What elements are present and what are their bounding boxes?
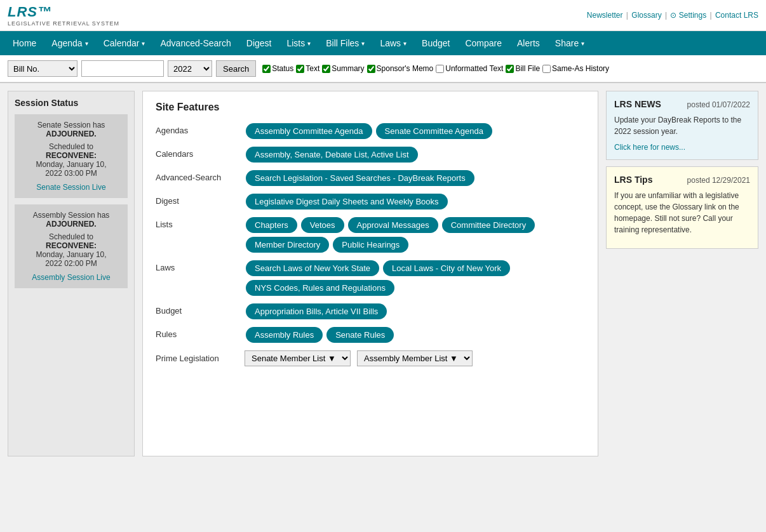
feature-btn-approval-messages[interactable]: Approval Messages <box>348 217 438 233</box>
feature-btn-senate-committee-agenda[interactable]: Senate Committee Agenda <box>376 123 492 139</box>
senate-session-link[interactable]: Senate Session Live <box>21 183 121 192</box>
assembly-session-link[interactable]: Assembly Session Live <box>21 273 121 282</box>
senate-reconvene: RECONVENE: <box>21 151 121 160</box>
news-date: posted 01/07/2022 <box>687 100 750 109</box>
nav-item-alerts[interactable]: Alerts <box>509 33 548 53</box>
nav-item-bill-files[interactable]: Bill Files▾ <box>318 33 372 53</box>
senate-member-select[interactable]: Senate Member List ▼ <box>245 350 351 366</box>
feature-btn-search-laws-of-new-york-state[interactable]: Search Laws of New York State <box>246 260 379 276</box>
feature-row-calendars: CalendarsAssembly, Senate, Debate List, … <box>156 147 585 163</box>
top-links: Newsletter | Glossary | ⊙ Settings | Con… <box>587 11 758 20</box>
site-features-title: Site Features <box>156 102 585 113</box>
senate-date: Monday, January 10, <box>21 160 121 169</box>
assembly-session-line1: Assembly Session has <box>21 211 121 220</box>
checkbox-label-bill-file[interactable]: Bill File <box>506 64 540 73</box>
nav-caret: ▾ <box>85 40 88 47</box>
search-bar: Bill No. Keyword Sponsor 2022 2021 2020 … <box>0 55 766 83</box>
feature-row-budget: BudgetAppropriation Bills, Article VII B… <box>156 303 585 319</box>
checkbox-summary[interactable] <box>322 65 330 73</box>
feature-label-budget: Budget <box>156 303 238 316</box>
tips-date: posted 12/29/2021 <box>687 176 750 185</box>
bill-type-select[interactable]: Bill No. Keyword Sponsor <box>8 60 77 77</box>
search-button[interactable]: Search <box>216 60 256 77</box>
logo-area: LRS™ LEGISLATIVE RETRIEVAL SYSTEM <box>8 4 119 27</box>
feature-btn-member-directory[interactable]: Member Directory <box>246 237 329 253</box>
tips-box: LRS Tips posted 12/29/2021 If you are un… <box>606 166 758 249</box>
feature-row-rules: RulesAssembly RulesSenate Rules <box>156 327 585 343</box>
contact-link[interactable]: Contact LRS <box>715 11 758 20</box>
feature-label-rules: Rules <box>156 327 238 339</box>
checkbox-label-status[interactable]: Status <box>262 64 293 73</box>
checkbox-status[interactable] <box>262 65 271 73</box>
checkbox-label-same-as-history[interactable]: Same-As History <box>542 64 609 73</box>
feature-btn-assembly--senate--debate-list-[interactable]: Assembly, Senate, Debate List, Active Li… <box>246 147 418 163</box>
feature-label-digest: Digest <box>156 194 238 206</box>
checkbox-bill-file[interactable] <box>506 65 514 73</box>
feature-btn-committee-directory[interactable]: Committee Directory <box>442 217 535 233</box>
senate-session-line1: Senate Session has <box>21 121 121 130</box>
assembly-session-box: Assembly Session has ADJOURNED. Schedule… <box>15 204 128 288</box>
feature-label-agendas: Agendas <box>156 123 238 135</box>
news-link[interactable]: Click here for news... <box>614 143 685 152</box>
glossary-link[interactable]: Glossary <box>631 11 661 20</box>
nav-item-calendar[interactable]: Calendar▾ <box>96 33 153 53</box>
nav-item-digest[interactable]: Digest <box>239 33 279 53</box>
feature-label-calendars: Calendars <box>156 147 238 159</box>
feature-rows-container: AgendasAssembly Committee AgendaSenate C… <box>156 123 585 343</box>
session-status-title: Session Status <box>15 98 128 108</box>
logo-text: LRS™ <box>8 4 119 20</box>
year-select[interactable]: 2022 2021 2020 <box>168 60 212 77</box>
nav-item-advanced-search[interactable]: Advanced-Search <box>152 33 238 53</box>
prime-legislation-label: Prime Legislation <box>156 354 238 363</box>
nav-caret: ▾ <box>403 40 407 47</box>
newsletter-link[interactable]: Newsletter <box>587 11 623 20</box>
checkbox-group: StatusTextSummarySponsor's MemoUnformatt… <box>262 64 609 73</box>
feature-btn-legislative-digest-daily-sheet[interactable]: Legislative Digest Daily Sheets and Week… <box>246 194 448 209</box>
feature-btn-appropriation-bills--article-v[interactable]: Appropriation Bills, Article VII Bills <box>246 303 387 319</box>
nav-item-lists[interactable]: Lists▾ <box>279 33 318 53</box>
assembly-member-select[interactable]: Assembly Member List ▼ <box>357 350 473 366</box>
feature-btn-search-legislation---saved-sea[interactable]: Search Legislation - Saved Searches - Da… <box>246 170 474 186</box>
checkbox-unformatted-text[interactable] <box>436 65 444 73</box>
feature-row-agendas: AgendasAssembly Committee AgendaSenate C… <box>156 123 585 139</box>
news-text: Update your DayBreak Reports to the 2022… <box>614 114 750 137</box>
assembly-adjourned: ADJOURNED. <box>21 220 121 229</box>
feature-buttons-advanced-search: Search Legislation - Saved Searches - Da… <box>246 170 585 186</box>
nav-item-laws[interactable]: Laws▾ <box>372 33 414 53</box>
checkbox-label-text[interactable]: Text <box>296 64 319 73</box>
checkbox-sponsor-s-memo[interactable] <box>367 65 375 73</box>
nav-item-compare[interactable]: Compare <box>457 33 509 53</box>
feature-label-advanced-search: Advanced-Search <box>156 170 238 182</box>
senate-session-box: Senate Session has ADJOURNED. Scheduled … <box>15 114 128 198</box>
feature-btn-assembly-rules[interactable]: Assembly Rules <box>246 327 323 343</box>
checkbox-text[interactable] <box>296 65 304 73</box>
news-header: LRS NEWS posted 01/07/2022 <box>614 99 750 109</box>
nav-item-share[interactable]: Share▾ <box>548 33 592 53</box>
feature-btn-public-hearings[interactable]: Public Hearings <box>333 237 408 253</box>
search-input[interactable] <box>81 60 164 77</box>
nav-bar: HomeAgenda▾Calendar▾Advanced-SearchDiges… <box>0 31 766 55</box>
checkbox-same-as-history[interactable] <box>542 65 551 73</box>
feature-btn-local-laws---city-of-new-york[interactable]: Local Laws - City of New York <box>383 260 510 276</box>
feature-row-digest: DigestLegislative Digest Daily Sheets an… <box>156 194 585 209</box>
settings-link[interactable]: ⊙ Settings <box>670 11 706 20</box>
feature-row-laws: LawsSearch Laws of New York StateLocal L… <box>156 260 585 296</box>
nav-item-home[interactable]: Home <box>5 33 44 53</box>
checkbox-label-summary[interactable]: Summary <box>322 64 364 73</box>
feature-btn-vetoes[interactable]: Vetoes <box>301 217 344 233</box>
senate-scheduled: Scheduled to <box>21 142 121 151</box>
nav-item-agenda[interactable]: Agenda▾ <box>44 33 95 53</box>
feature-buttons-rules: Assembly RulesSenate Rules <box>246 327 585 343</box>
feature-btn-nys-codes--rules-and-regulatio[interactable]: NYS Codes, Rules and Regulations <box>246 280 394 296</box>
feature-btn-assembly-committee-agenda[interactable]: Assembly Committee Agenda <box>246 123 372 139</box>
senate-adjourned: ADJOURNED. <box>21 130 121 138</box>
checkbox-label-sponsor-s-memo[interactable]: Sponsor's Memo <box>367 64 434 73</box>
feature-buttons-laws: Search Laws of New York StateLocal Laws … <box>246 260 585 296</box>
feature-label-laws: Laws <box>156 260 238 272</box>
nav-item-budget[interactable]: Budget <box>414 33 457 53</box>
nav-caret: ▾ <box>581 40 584 47</box>
feature-btn-chapters[interactable]: Chapters <box>246 217 297 233</box>
assembly-date: Monday, January 10, <box>21 250 121 259</box>
checkbox-label-unformatted-text[interactable]: Unformatted Text <box>436 64 503 73</box>
feature-btn-senate-rules[interactable]: Senate Rules <box>326 327 394 343</box>
